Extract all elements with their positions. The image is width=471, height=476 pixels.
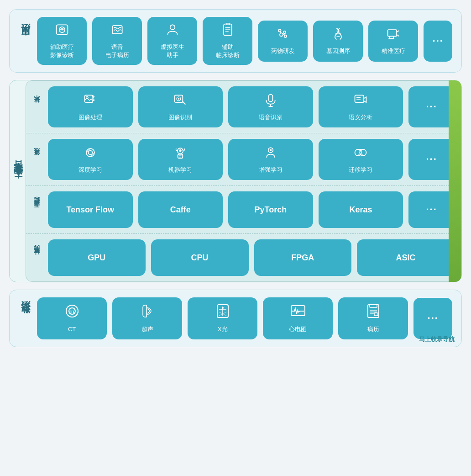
card-tensorflow: Tensor Flow bbox=[48, 191, 133, 228]
svg-point-4 bbox=[170, 25, 175, 30]
machine-learn-icon bbox=[173, 145, 188, 162]
svg-point-10 bbox=[280, 33, 283, 36]
card-clinical-assist: 辅助 临床诊断 bbox=[203, 17, 252, 65]
ai-row-cards-tech-row: 图像处理图像识别语音识别语义分析··· bbox=[48, 86, 455, 127]
card-voice-emr: 语音 电子病历 bbox=[92, 17, 142, 65]
app-cards-row: 辅助医疗 影像诊断语音 电子病历虚拟医生 助手辅助 临床诊断药物研发基因测序精准… bbox=[37, 17, 452, 65]
svg-point-38 bbox=[88, 150, 92, 154]
gene-seq-icon bbox=[331, 26, 345, 43]
voice-recog-label: 语音识别 bbox=[259, 113, 283, 122]
card-keras: Keras bbox=[319, 191, 403, 228]
ai-platform-label: 人工智能平台 bbox=[10, 80, 26, 282]
machine-learn-label: 机器学习 bbox=[168, 166, 192, 174]
ai-sections: 技术图像处理图像识别语音识别语义分析···算法深度学习机器学习增强学习迁移学习·… bbox=[26, 80, 461, 282]
svg-rect-63 bbox=[374, 313, 378, 316]
card-cpu: CPU bbox=[151, 239, 249, 276]
virtual-doctor-label: 虚拟医生 助手 bbox=[161, 43, 184, 59]
voice-recog-icon bbox=[263, 93, 278, 110]
card-more-algo: ··· bbox=[408, 139, 455, 180]
transfer-learn-icon bbox=[353, 145, 368, 162]
image-proc-icon bbox=[83, 93, 98, 110]
clinical-assist-label: 辅助 临床诊断 bbox=[216, 43, 240, 59]
fpga-label: FPGA bbox=[291, 252, 314, 264]
card-xray: X光 bbox=[188, 297, 257, 339]
svg-rect-41 bbox=[178, 154, 183, 158]
svg-line-16 bbox=[280, 32, 281, 34]
card-pytorch: PyTorch bbox=[228, 191, 313, 228]
ai-row-cards-compute-row: GPUCPUFPGAASIC bbox=[48, 239, 455, 276]
ultrasound-label: 超声 bbox=[141, 325, 153, 333]
medical-record-label: 病历 bbox=[367, 325, 379, 333]
image-recog-label: 图像识别 bbox=[168, 113, 192, 122]
pytorch-label: PyTorch bbox=[255, 204, 287, 216]
data-layer: 数据层 CTCT超声X光心电图病历··· bbox=[9, 290, 462, 347]
medical-imaging-label: 辅助医疗 影像诊断 bbox=[50, 43, 74, 59]
ai-row-cards-algo-row: 深度学习机器学习增强学习迁移学习··· bbox=[48, 139, 455, 180]
ai-row-label-compute-row: 计算能力 bbox=[32, 255, 42, 260]
card-drug-research: 药物研发 bbox=[258, 21, 308, 62]
medical-imaging-icon bbox=[55, 22, 69, 39]
card-fpga: FPGA bbox=[254, 239, 352, 276]
svg-point-45 bbox=[270, 149, 272, 151]
card-gpu: GPU bbox=[48, 239, 146, 276]
ai-row-tech-row: 技术图像处理图像识别语音识别语义分析··· bbox=[26, 81, 461, 133]
card-gene-seq: 基因测序 bbox=[313, 21, 363, 62]
svg-point-2 bbox=[61, 29, 63, 31]
svg-point-12 bbox=[284, 35, 286, 37]
card-image-recog: 图像识别 bbox=[138, 86, 223, 127]
svg-rect-34 bbox=[355, 95, 364, 102]
svg-rect-20 bbox=[387, 30, 397, 36]
application-layer: 应用层 辅助医疗 影像诊断语音 电子病历虚拟医生 助手辅助 临床诊断药物研发基因… bbox=[9, 9, 462, 73]
xray-icon bbox=[215, 303, 231, 322]
card-more-data: ··· bbox=[413, 298, 452, 339]
card-more-tech: ··· bbox=[408, 86, 455, 127]
more-icon: ··· bbox=[426, 101, 437, 113]
card-semantic: 语义分析 bbox=[319, 86, 403, 127]
xray-label: X光 bbox=[218, 325, 228, 333]
ai-row-label-framework-row: 开源框架 bbox=[32, 207, 42, 212]
app-layer-label: 应用层 bbox=[19, 38, 31, 44]
ultrasound-icon bbox=[139, 303, 156, 322]
svg-point-56 bbox=[222, 307, 224, 309]
more-icon: ··· bbox=[426, 204, 437, 216]
reinforce-learn-label: 增强学习 bbox=[259, 166, 283, 174]
svg-point-48 bbox=[360, 149, 362, 151]
semantic-icon bbox=[353, 93, 368, 110]
more-icon: ··· bbox=[433, 35, 444, 47]
card-asic: ASIC bbox=[357, 239, 455, 276]
semantic-label: 语义分析 bbox=[349, 113, 372, 122]
gpu-label: GPU bbox=[88, 252, 105, 264]
ecg-label: 心电图 bbox=[289, 325, 307, 333]
asic-label: ASIC bbox=[396, 252, 416, 264]
reinforce-learn-icon bbox=[263, 145, 278, 162]
card-caffe: Caffe bbox=[138, 191, 223, 228]
clinical-assist-icon bbox=[220, 22, 235, 39]
cpu-label: CPU bbox=[191, 252, 209, 264]
ai-row-label-algo-row: 算法 bbox=[32, 158, 42, 161]
ai-row-framework-row: 开源框架Tensor FlowCaffePyTorchKeras··· bbox=[26, 186, 461, 234]
ai-row-label-tech-row: 技术 bbox=[32, 106, 42, 108]
svg-point-15 bbox=[278, 29, 281, 32]
voice-emr-icon bbox=[110, 22, 125, 39]
card-more-app: ··· bbox=[424, 21, 452, 62]
tensorflow-label: Tensor Flow bbox=[66, 204, 114, 216]
voice-emr-label: 语音 电子病历 bbox=[105, 43, 129, 59]
card-ecg: 心电图 bbox=[263, 297, 333, 339]
more-icon: ··· bbox=[426, 153, 437, 165]
gene-seq-label: 基因测序 bbox=[326, 47, 350, 55]
svg-point-37 bbox=[86, 148, 94, 157]
card-ultrasound: 超声 bbox=[112, 297, 182, 339]
transfer-learn-label: 迁移学习 bbox=[349, 166, 372, 174]
precision-med-icon bbox=[386, 26, 401, 43]
deep-learn-label: 深度学习 bbox=[78, 166, 102, 174]
card-machine-learn: 机器学习 bbox=[138, 139, 223, 180]
watermark-label: 马上收录导航 bbox=[419, 335, 455, 344]
image-proc-label: 图像处理 bbox=[78, 113, 102, 122]
green-accent-strip bbox=[449, 80, 461, 282]
precision-med-label: 精准医疗 bbox=[382, 47, 405, 55]
ai-inner: 人工智能平台 技术图像处理图像识别语音识别语义分析···算法深度学习机器学习增强… bbox=[10, 80, 461, 282]
card-medical-imaging: 辅助医疗 影像诊断 bbox=[37, 17, 87, 65]
deep-learn-icon bbox=[83, 145, 98, 162]
ai-platform-layer: 人工智能平台 技术图像处理图像识别语音识别语义分析···算法深度学习机器学习增强… bbox=[9, 80, 462, 282]
data-layer-label: 数据层 bbox=[19, 316, 31, 321]
